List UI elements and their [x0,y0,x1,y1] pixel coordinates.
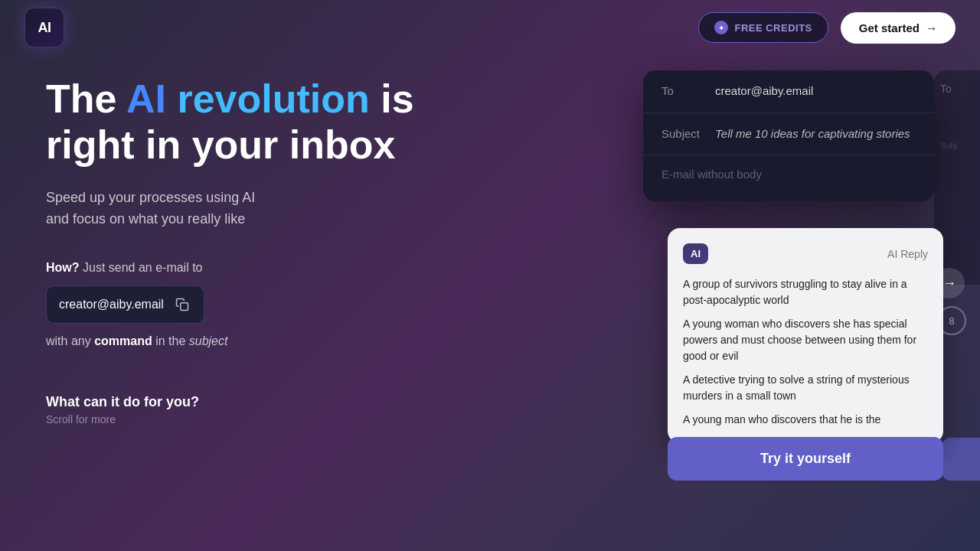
credits-icon: ✦ [714,21,728,34]
arrow-icon: → [942,276,956,292]
free-credits-button[interactable]: ✦ FREE CREDITS [698,12,828,43]
hero-subtitle: Speed up your processes using AI and foc… [46,187,414,231]
to-label: To [662,83,715,97]
ai-reply-card: AI AI Reply A group of survivors struggl… [668,228,943,443]
story-item-2: A young woman who discovers she has spec… [683,316,928,364]
story-item-1: A group of survivors struggling to stay … [683,276,928,308]
right-try-partial [942,438,980,481]
try-yourself-label: Try it yourself [760,451,851,466]
title-ai: AI [126,77,166,121]
free-credits-label: FREE CREDITS [734,22,812,34]
ai-badge: AI [683,243,708,264]
scroll-more: Scroll for more [46,413,414,425]
subject-field: Subject Tell me 10 ideas for captivating… [643,113,934,156]
arrow-button[interactable]: → [934,268,965,298]
right-partial-subj: Subj [940,141,957,150]
nav-right: ✦ FREE CREDITS Get started → [698,12,956,44]
hero-section: The AI revolution is right in your inbox… [46,77,414,425]
try-yourself-button[interactable]: Try it yourself [668,437,943,481]
with-command-text: with any command in the subject [46,334,414,348]
logo[interactable]: AI [24,8,64,47]
email-box[interactable]: creator@aiby.email [46,285,204,324]
title-part1: The [46,77,126,121]
story-item-4: A young man who discovers that he is the [683,412,928,428]
subject-value: Tell me 10 ideas for captivating stories [715,126,910,143]
title-is: is [370,77,414,121]
what-title: What can it do for you? [46,394,414,410]
step-badge: 8 [937,306,966,335]
svg-rect-0 [181,303,188,311]
logo-text: AI [38,20,51,36]
body-placeholder: E-mail without body [662,168,762,181]
navbar: AI ✦ FREE CREDITS Get started → [0,0,980,55]
how-label: How? Just send an e-mail to [46,261,414,275]
story-item-3: A detective trying to solve a string of … [683,372,928,404]
copy-icon[interactable] [173,295,191,314]
arrow-icon: → [926,21,937,34]
how-section: How? Just send an e-mail to creator@aiby… [46,261,414,348]
get-started-button[interactable]: Get started → [841,12,956,44]
email-card: To creator@aiby.email Subject Tell me 10… [643,70,934,201]
to-value: creator@aiby.email [715,83,813,100]
ai-reply-header: AI AI Reply [683,243,928,264]
right-partial-to: To [940,83,952,95]
get-started-label: Get started [859,21,920,34]
hero-title: The AI revolution is right in your inbox [46,77,414,168]
what-section: What can it do for you? Scroll for more [46,394,414,425]
body-field[interactable]: E-mail without body [643,155,934,201]
subject-label: Subject [662,126,715,140]
email-address: creator@aiby.email [59,298,164,311]
ai-reply-label: AI Reply [887,248,928,260]
title-line2: right in your inbox [46,122,395,167]
step-number: 8 [949,315,954,327]
title-revolution: revolution [166,77,370,121]
ai-badge-text: AI [691,248,701,259]
stories-list: A group of survivors struggling to stay … [683,276,928,428]
to-field: To creator@aiby.email [643,70,934,113]
